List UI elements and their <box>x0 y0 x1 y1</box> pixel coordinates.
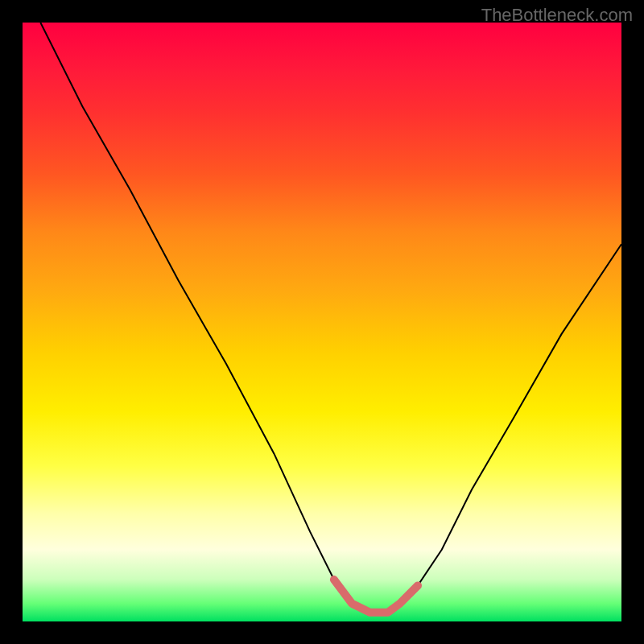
bottleneck-curve <box>40 23 621 613</box>
optimal-range-highlight <box>334 580 418 613</box>
chart-svg <box>23 23 621 621</box>
watermark-text: TheBottleneck.com <box>481 5 633 26</box>
plot-area <box>23 23 621 621</box>
